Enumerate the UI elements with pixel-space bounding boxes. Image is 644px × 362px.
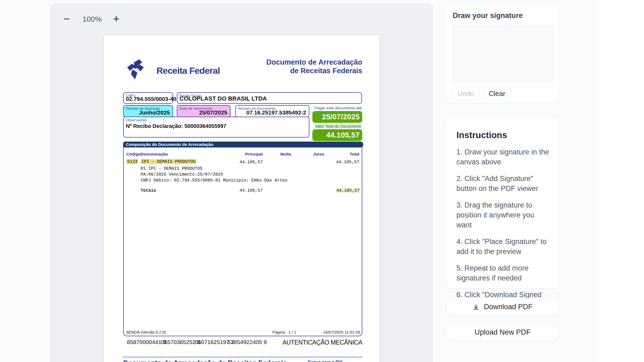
row-denominacao: IPI - DEMAIS PRODUTOS: [141, 159, 196, 164]
col-total: Total: [327, 152, 359, 157]
receita-federal-logo: [123, 57, 155, 84]
row-principal: 44.105,57: [214, 160, 263, 165]
instruction-item: 4. Click "Place Signature" to add it to …: [456, 237, 551, 257]
page-cut-divider: [123, 357, 362, 357]
row-total: 44.105,57: [327, 160, 359, 165]
pdf-page: Receita Federal Documento de Arrecadação…: [104, 35, 379, 362]
observacoes-value: Nº Recibo Declaração: 50000364055997: [126, 123, 226, 129]
col-codigo: Código: [126, 152, 141, 157]
row-detail: PA:06/2025 Vencimento:25/07/2025: [141, 172, 223, 177]
app-background: − 100% + Receita Federal Documento de Ar…: [0, 0, 596, 362]
auth-text: AUTENTICAÇÃO MECÂNICA: [283, 339, 362, 346]
periodo-apuracao-value: Junho/2025: [126, 109, 170, 116]
pdf-viewer-panel[interactable]: − 100% + Receita Federal Documento de Ar…: [50, 3, 433, 362]
observacoes-field: Observações Nº Recibo Declaração: 500003…: [123, 117, 309, 138]
razao-social-value: COLOPLAST DO BRASIL LTDA: [180, 95, 359, 102]
composition-table-title: Composição do Documento de Arrecadação: [123, 142, 363, 147]
cnpj-field: CNPJ 02.794.555/0003-40: [123, 92, 173, 104]
instruction-item: 2. Click "Add Signature" button on the P…: [456, 174, 551, 194]
zoom-level: 100%: [76, 15, 108, 24]
instruction-item: 3. Drag the signature to position it any…: [456, 200, 551, 230]
totals-principal: 44.105,57: [214, 188, 263, 193]
zoom-out-button[interactable]: −: [61, 13, 73, 25]
instructions-list: 1. Draw your signature in the canvas abo…: [456, 147, 551, 316]
col-multa: Multa: [259, 152, 291, 157]
upload-new-pdf-button[interactable]: Upload New PDF: [445, 324, 560, 341]
download-icon: [473, 304, 480, 311]
instructions-title: Instructions: [456, 130, 507, 140]
signature-card: Draw your signature Undo Clear: [445, 3, 560, 103]
data-vencimento-field: Data de Vencimento 25/07/2025: [177, 105, 230, 117]
footer-page-value: 1 / 1: [288, 330, 296, 334]
brand-text: Receita Federal: [156, 65, 220, 76]
footer-datetime: 16/07/2025 11:51:28: [323, 330, 360, 334]
valor-total-value: 44.105,57: [312, 129, 362, 141]
barcode-group: 85870000441 9: [127, 339, 166, 345]
minus-icon: −: [64, 13, 70, 25]
numero-documento-value: 07.16.25197.5385492-2: [238, 109, 306, 116]
instructions-card: Instructions 1. Draw your signature in t…: [445, 118, 560, 289]
numero-documento-field: Número do Documento 07.16.25197.5385492-…: [235, 105, 309, 117]
pix-label: Pague com o PIX: [308, 360, 343, 362]
upload-new-pdf-label: Upload New PDF: [475, 328, 531, 337]
valor-total-label: Valor Total do Documento: [314, 124, 362, 128]
row-detail: CNPJ Débito: 02.794.555/0005-01 Municípi…: [141, 178, 287, 183]
instruction-item: 1. Draw your signature in the canvas abo…: [456, 147, 551, 167]
cnpj-value: 02.794.555/0003-40: [126, 96, 170, 102]
pagar-ate-value: 25/07/2025: [312, 111, 362, 123]
col-juros: Juros: [292, 152, 324, 157]
undo-button[interactable]: Undo: [452, 87, 480, 100]
footer-app-version: SENDA (Versão:5.2.5): [126, 330, 166, 334]
barcode-group: 53854922405 9: [228, 339, 267, 345]
barcode-group: 05570385252 0: [161, 339, 200, 345]
row-detail: 01 IPI - DEMAIS PRODUTOS: [141, 166, 202, 171]
col-principal: Principal: [214, 152, 263, 157]
razao-social-field: Razão Social COLOPLAST DO BRASIL LTDA: [177, 92, 362, 104]
plus-icon: +: [113, 13, 119, 25]
pagar-ate-label: Pagar este documento até: [314, 106, 362, 110]
download-pdf-button[interactable]: Download PDF: [445, 298, 560, 316]
instruction-item: 5. Repeat to add more signatures if need…: [456, 263, 551, 283]
signature-card-title: Draw your signature: [453, 12, 523, 20]
composition-table: Composição do Documento de Arrecadação C…: [123, 142, 362, 336]
periodo-apuracao-field: Período de Apuração Junho/2025: [123, 105, 173, 117]
clear-button[interactable]: Clear: [483, 87, 511, 100]
zoom-in-button[interactable]: +: [110, 13, 122, 25]
totals-label: Totais: [141, 188, 156, 193]
footer-page-label: Página:: [272, 330, 286, 334]
col-denominacao: Denominação: [141, 152, 168, 157]
download-pdf-label: Download PDF: [484, 303, 533, 311]
totals-total: 44.105,57: [325, 188, 360, 193]
signature-canvas[interactable]: [452, 25, 554, 82]
document-title: Documento de Arrecadação de Receitas Fed…: [266, 58, 362, 75]
observacoes-label: Observações: [126, 118, 147, 122]
row-codigo: 5123: [126, 159, 138, 164]
next-page-title: Documento de Arrecadação de Receitas Fed…: [123, 359, 287, 362]
data-vencimento-value: 25/07/2025: [180, 109, 227, 116]
